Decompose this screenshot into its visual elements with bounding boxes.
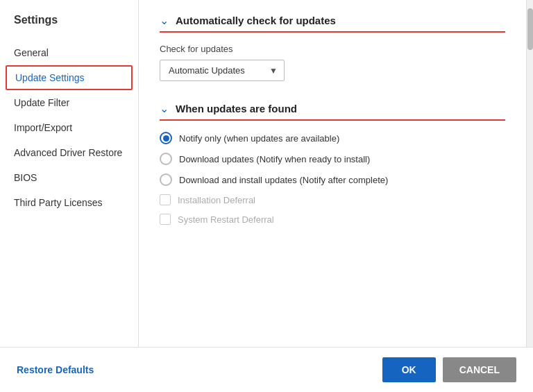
checkbox-box-installation: [160, 194, 171, 205]
chevron-down-icon-2: ⌄: [160, 102, 169, 115]
sidebar: Settings General Update Settings Update …: [0, 0, 139, 347]
ok-button[interactable]: OK: [382, 357, 436, 382]
radio-label-install: Download and install updates (Notify aft…: [179, 175, 388, 185]
sidebar-item-general[interactable]: General: [0, 40, 138, 65]
radio-group: Notify only (when updates are available)…: [160, 132, 505, 225]
sidebar-title: Settings: [0, 14, 138, 40]
sidebar-item-bios[interactable]: BIOS: [0, 165, 138, 190]
cancel-button[interactable]: CANCEL: [443, 357, 516, 382]
dialog-body: Settings General Update Settings Update …: [0, 0, 533, 347]
chevron-down-icon: ⌄: [160, 14, 169, 27]
radio-label-download: Download updates (Notify when ready to i…: [179, 154, 370, 164]
section1-title: Automatically check for updates: [176, 15, 336, 26]
radio-download-updates[interactable]: Download updates (Notify when ready to i…: [160, 153, 505, 165]
sidebar-item-update-filter[interactable]: Update Filter: [0, 90, 138, 115]
checkbox-label-installation: Installation Deferral: [178, 195, 255, 205]
scrollbar[interactable]: [526, 0, 533, 347]
check-updates-dropdown[interactable]: Automatic Updates Manual Scheduled: [160, 60, 285, 81]
radio-circle-install: [160, 173, 172, 186]
radio-download-install[interactable]: Download and install updates (Notify aft…: [160, 173, 505, 186]
checkbox-system-restart-deferral: System Restart Deferral: [160, 214, 505, 225]
radio-label-notify: Notify only (when updates are available): [179, 133, 339, 144]
checkbox-label-restart: System Restart Deferral: [178, 214, 274, 225]
section2-header: ⌄ When updates are found: [160, 102, 505, 115]
section1-label: Check for updates: [160, 44, 505, 54]
settings-dialog: Settings General Update Settings Update …: [0, 0, 533, 392]
radio-circle-download: [160, 153, 172, 165]
scrollbar-thumb: [527, 8, 533, 50]
checkbox-box-restart: [160, 214, 171, 225]
section-when-found: ⌄ When updates are found Notify only (wh…: [160, 102, 505, 225]
section2-divider: [160, 119, 505, 121]
main-content: ⌄ Automatically check for updates Check …: [139, 0, 526, 347]
sidebar-item-update-settings[interactable]: Update Settings: [6, 65, 133, 90]
radio-notify-only[interactable]: Notify only (when updates are available): [160, 132, 505, 144]
dialog-footer: Restore Defaults OK CANCEL: [0, 347, 533, 392]
restore-defaults-button[interactable]: Restore Defaults: [17, 364, 94, 375]
sidebar-item-import-export[interactable]: Import/Export: [0, 115, 138, 140]
section2-title: When updates are found: [176, 103, 297, 114]
section-auto-check: ⌄ Automatically check for updates Check …: [160, 14, 505, 81]
section1-header: ⌄ Automatically check for updates: [160, 14, 505, 27]
footer-buttons: OK CANCEL: [382, 357, 516, 382]
radio-circle-notify: [160, 132, 172, 144]
checkbox-installation-deferral: Installation Deferral: [160, 194, 505, 205]
sidebar-item-third-party-licenses[interactable]: Third Party Licenses: [0, 190, 138, 215]
section1-divider: [160, 31, 505, 33]
sidebar-item-advanced-driver-restore[interactable]: Advanced Driver Restore: [0, 140, 138, 165]
dropdown-container: Automatic Updates Manual Scheduled ▼: [160, 60, 285, 81]
